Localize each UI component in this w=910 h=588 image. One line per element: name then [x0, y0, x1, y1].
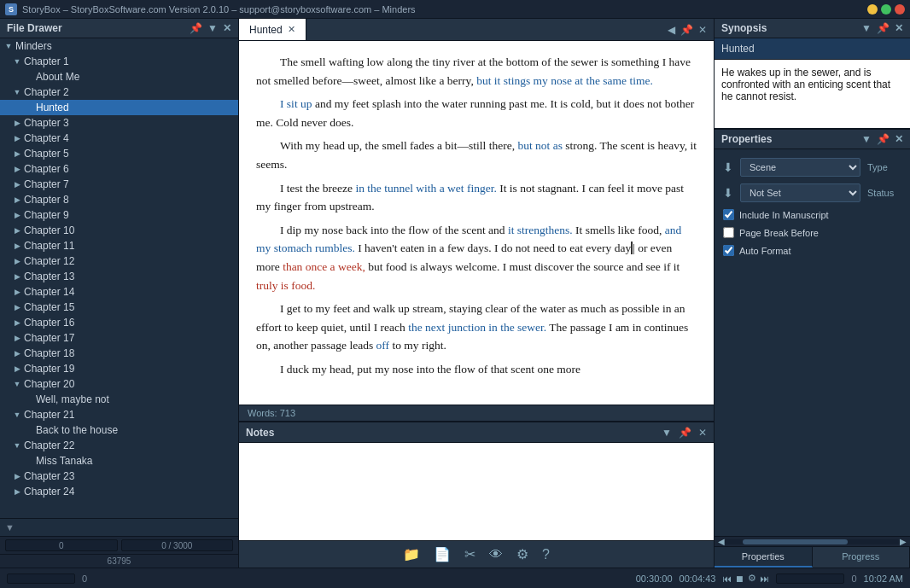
app-icon: S [5, 3, 17, 15]
transport-stop-icon[interactable]: ⏹ [735, 573, 744, 584]
notes-pin-icon[interactable]: 📌 [679, 427, 691, 439]
transport-controls: ⏮ ⏹ ⚙ ⏭ [722, 573, 769, 584]
properties-tabbar: Properties Progress [715, 546, 910, 568]
sidebar-item-chapter11[interactable]: ▶Chapter 11 [0, 238, 238, 253]
auto-format-checkbox[interactable] [723, 245, 734, 256]
maximize-button[interactable] [881, 4, 891, 15]
sidebar-item-chapter19[interactable]: ▶Chapter 19 [0, 361, 238, 376]
status-download-icon[interactable]: ⬇ [723, 186, 733, 200]
label-chapter15: Chapter 15 [24, 301, 74, 313]
sidebar-item-chapter13[interactable]: ▶Chapter 13 [0, 269, 238, 284]
sidebar-item-chapter5[interactable]: ▶Chapter 5 [0, 146, 238, 161]
editor-panel: Hunted ✕ ◀ 📌 ✕ The smell wafting low alo… [239, 19, 714, 421]
sidebar-item-chapter3[interactable]: ▶Chapter 3 [0, 115, 238, 131]
arrow-icon-chapter24: ▶ [12, 486, 22, 497]
arrow-icon-chapter22: ▼ [12, 440, 22, 451]
tab-close-all-icon[interactable]: ✕ [698, 24, 707, 36]
editor-content[interactable]: The smell wafting low along the tiny riv… [239, 41, 714, 405]
notes-dropdown-icon[interactable]: ▼ [662, 427, 672, 439]
status-select[interactable]: Not Set Draft Final [740, 183, 860, 202]
arrow-icon-chapter14: ▶ [12, 287, 22, 297]
include-manuscript-checkbox[interactable] [723, 209, 734, 220]
para-1: The smell wafting low along the tiny riv… [256, 53, 697, 90]
minimize-button[interactable] [867, 4, 878, 15]
sidebar-item-chapter8[interactable]: ▶Chapter 8 [0, 192, 238, 207]
sidebar-item-chapter4[interactable]: ▶Chapter 4 [0, 131, 238, 146]
sidebar-item-chapter9[interactable]: ▶Chapter 9 [0, 207, 238, 223]
root-label: Minders [15, 40, 52, 52]
sidebar-item-chapter22[interactable]: ▼Chapter 22 [0, 438, 238, 453]
sidebar-item-well-maybe[interactable]: Well, maybe not [0, 392, 238, 407]
close-button[interactable] [895, 4, 905, 15]
scroll-left-icon[interactable]: ◀ [718, 537, 725, 546]
editor-tab-hunted[interactable]: Hunted ✕ [239, 19, 306, 40]
sidebar-item-chapter17[interactable]: ▶Chapter 17 [0, 330, 238, 346]
sidebar-item-chapter21[interactable]: ▼Chapter 21 [0, 407, 238, 422]
window-controls [867, 4, 905, 15]
tab-properties[interactable]: Properties [715, 547, 813, 568]
h-scrollbar[interactable] [725, 539, 900, 544]
sidebar-item-chapter23[interactable]: ▶Chapter 23 [0, 469, 238, 484]
transport-next-icon[interactable]: ⏭ [760, 573, 769, 584]
properties-close-icon[interactable]: ✕ [895, 133, 903, 145]
transport-prev-icon[interactable]: ⏮ [722, 573, 732, 584]
sidebar-item-chapter1[interactable]: ▼Chapter 1 [0, 54, 238, 69]
sidebar-item-chapter18[interactable]: ▶Chapter 18 [0, 346, 238, 361]
synopsis-close-icon[interactable]: ✕ [895, 22, 903, 34]
sidebar-item-chapter15[interactable]: ▶Chapter 15 [0, 300, 238, 315]
synopsis-pin-icon[interactable]: 📌 [877, 22, 890, 34]
sidebar-item-back-to-house[interactable]: Back to the house [0, 422, 238, 438]
label-chapter8: Chapter 8 [24, 194, 69, 206]
properties-dropdown-icon[interactable]: ▼ [861, 133, 872, 145]
eye-icon[interactable]: 👁 [489, 547, 503, 562]
editor-tab-label: Hunted [249, 24, 283, 36]
sidebar-collapse-icon[interactable]: ▼ [207, 22, 218, 34]
page-break-checkbox[interactable] [723, 227, 734, 238]
new-doc-icon[interactable]: 📄 [434, 546, 451, 562]
settings-icon[interactable]: ⚙ [516, 546, 528, 562]
sidebar-item-chapter24[interactable]: ▶Chapter 24 [0, 484, 238, 499]
label-chapter6: Chapter 6 [24, 163, 69, 175]
synopsis-dropdown-icon[interactable]: ▼ [861, 22, 872, 34]
label-chapter13: Chapter 13 [24, 271, 74, 282]
type-select[interactable]: Scene Chapter Part [740, 158, 860, 177]
synopsis-text[interactable]: He wakes up in the sewer, and is confron… [715, 60, 910, 128]
transport-settings-icon[interactable]: ⚙ [748, 573, 756, 584]
editor-tab-close-icon[interactable]: ✕ [288, 24, 295, 35]
sidebar-item-chapter12[interactable]: ▶Chapter 12 [0, 253, 238, 269]
notes-content[interactable] [239, 443, 714, 540]
sidebar-pin-icon[interactable]: 📌 [190, 22, 202, 34]
sidebar-item-hunted[interactable]: Hunted [0, 100, 238, 115]
scissors-icon[interactable]: ✂ [464, 546, 475, 562]
arrow-icon-chapter23: ▶ [12, 471, 22, 481]
sidebar-item-chapter16[interactable]: ▶Chapter 16 [0, 315, 238, 330]
synopsis-title: Hunted [715, 38, 910, 60]
sidebar-scroll-down-icon[interactable]: ▼ [5, 522, 15, 533]
type-download-icon[interactable]: ⬇ [723, 160, 733, 174]
sidebar-item-chapter2[interactable]: ▼Chapter 2 [0, 84, 238, 100]
right-panel-scrollbar[interactable]: ◀ ▶ [715, 536, 910, 546]
tab-progress-label: Progress [842, 551, 879, 562]
sidebar-item-chapter10[interactable]: ▶Chapter 10 [0, 223, 238, 238]
notes-controls: ▼ 📌 ✕ [662, 427, 707, 439]
notes-close-icon[interactable]: ✕ [698, 427, 707, 439]
tab-progress[interactable]: Progress [813, 547, 911, 568]
sidebar-item-chapter20[interactable]: ▼Chapter 20 [0, 376, 238, 392]
sidebar-item-chapter6[interactable]: ▶Chapter 6 [0, 161, 238, 177]
main-area: File Drawer 📌 ▼ ✕ ▼ Minders ▼Chapter 1Ab… [0, 19, 910, 568]
label-chapter22: Chapter 22 [24, 440, 74, 451]
h-scrollbar-thumb [743, 539, 848, 544]
sidebar-close-icon[interactable]: ✕ [223, 22, 231, 34]
scroll-right-icon[interactable]: ▶ [900, 537, 907, 546]
sidebar-item-about-me[interactable]: About Me [0, 69, 238, 84]
label-chapter10: Chapter 10 [24, 224, 74, 236]
open-folder-icon[interactable]: 📁 [403, 546, 420, 562]
properties-pin-icon[interactable]: 📌 [877, 133, 890, 145]
tab-scroll-left-icon[interactable]: ◀ [668, 24, 675, 36]
sidebar-root[interactable]: ▼ Minders [0, 38, 238, 54]
sidebar-item-chapter7[interactable]: ▶Chapter 7 [0, 177, 238, 192]
sidebar-item-chapter14[interactable]: ▶Chapter 14 [0, 284, 238, 300]
sidebar-item-miss-tanaka[interactable]: Miss Tanaka [0, 453, 238, 469]
tab-pin-icon[interactable]: 📌 [680, 24, 693, 36]
help-icon[interactable]: ? [542, 547, 550, 562]
